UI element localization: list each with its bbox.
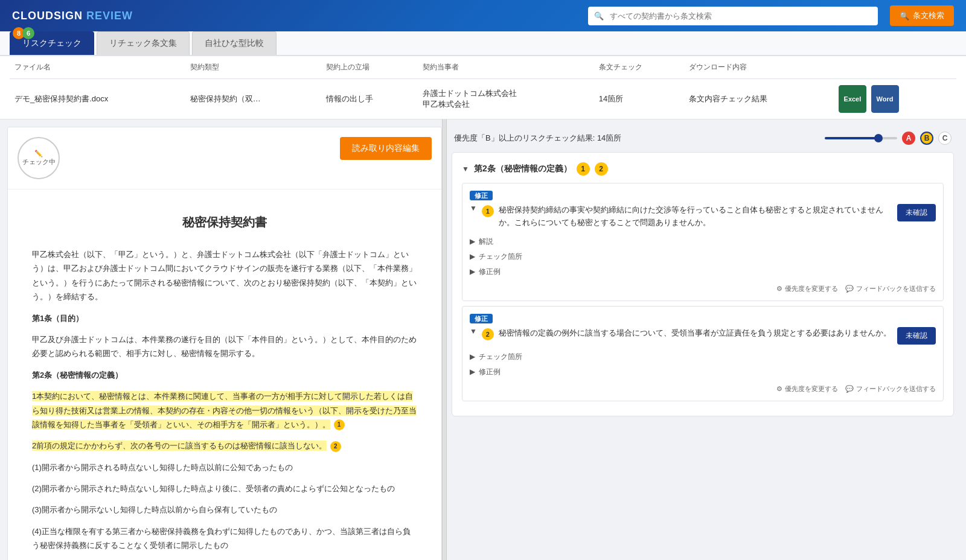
inline-badge-1: 1 xyxy=(334,419,345,430)
chevron-checkpoints-icon: ▶ xyxy=(470,252,475,261)
risk-item-1: 修正 ▼ 1 秘密保持契約締結の事実や契約締結に向けた交渉等を行っていること自体… xyxy=(462,183,944,301)
check-status-label: チェック中 xyxy=(22,158,56,167)
cell-download-content: 条文内容チェック結果 xyxy=(684,79,834,119)
doc-title: 秘密保持契約書 xyxy=(32,211,417,233)
search-input[interactable] xyxy=(588,7,878,25)
tab-template-label: 自社ひな型比較 xyxy=(205,38,264,48)
modify-badge-1: 修正 xyxy=(470,191,493,200)
check-status-circle[interactable]: ✏️ チェック中 xyxy=(18,137,60,179)
logo-suffix: REVIEW xyxy=(83,10,133,22)
comment-icon: 💬 xyxy=(845,285,854,293)
highlight-text-2: 2前項の規定にかかわらず、次の各号の一に該当するものは秘密情報に該当しない。 xyxy=(32,441,327,451)
card-footer-1: ⚙ 優先度を変更する 💬 フィードバックを送信する xyxy=(470,284,936,293)
tabs-bar: 8 6 リスクチェック リチェック条文集 自社ひな型比較 xyxy=(0,31,966,56)
expand-explanation-1[interactable]: ▶ 解説 xyxy=(470,234,936,249)
checkpoints-label: チェック箇所 xyxy=(479,252,522,262)
tab-recheck-label: リチェック条文集 xyxy=(109,38,177,48)
comment2-icon: 💬 xyxy=(845,385,854,393)
search-button[interactable]: 🔍 条文検索 xyxy=(890,5,954,26)
pencil-icon: ✏️ xyxy=(34,150,43,158)
chevron-checkpoints2-icon: ▶ xyxy=(470,352,475,361)
risk-item-1-text: 秘密保持契約締結の事実や契約締結に向けた交渉等を行っていること自体も秘密とすると… xyxy=(499,204,892,229)
search-bar: 🔍 xyxy=(588,7,878,25)
change-priority-link-1[interactable]: ⚙ 優先度を変更する xyxy=(776,284,838,293)
expand-correction-1[interactable]: ▶ 修正例 xyxy=(470,264,936,279)
expand-correction-2[interactable]: ▶ 修正例 xyxy=(470,364,936,380)
unconfirmed-button-2[interactable]: 未確認 xyxy=(897,327,936,345)
highlight-text-1: 1本契約において、秘密情報とは、本件業務に関連して、当事者の一方が相手方に対して… xyxy=(32,391,417,430)
chevron-item1-icon[interactable]: ▼ xyxy=(470,204,477,212)
app-header: CLOUDSIGN REVIEW 🔍 🔍 条文検索 xyxy=(0,0,966,31)
section-badge-2: 2 xyxy=(595,162,608,176)
file-table-area: ファイル名 契約類型 契約上の立場 契約当事者 条文チェック ダウンロード内容 … xyxy=(0,56,966,119)
chevron-item2-icon[interactable]: ▼ xyxy=(470,327,477,336)
doc-article-2-item3: (3)開示者から開示ないし知得した時点以前から自ら保有していたもの xyxy=(32,503,417,517)
col-parties: 契約当事者 xyxy=(418,56,594,79)
risk-item-2: 修正 ▼ 2 秘密情報の定義の例外に該当する場合について、受領当事者が立証責任を… xyxy=(462,306,944,401)
col-contract-type: 契約類型 xyxy=(185,56,322,79)
section2-title: 第2条（秘密情報の定義） xyxy=(474,164,572,174)
inline-badge-2: 2 xyxy=(330,441,341,452)
excel-download-button[interactable]: Excel xyxy=(839,85,866,113)
col-check: 条文チェック xyxy=(594,56,684,79)
search-icon: 🔍 xyxy=(594,11,604,21)
tab-risk-check[interactable]: 8 6 リスクチェック xyxy=(10,31,94,55)
tab-template[interactable]: 自社ひな型比較 xyxy=(192,31,277,55)
slider-fill xyxy=(825,137,875,139)
chevron-down-icon[interactable]: ▼ xyxy=(462,165,469,173)
priority-c-label[interactable]: C xyxy=(938,132,952,145)
priority-a-label[interactable]: A xyxy=(902,132,915,145)
slider-track[interactable] xyxy=(825,137,897,139)
priority-b-label[interactable]: B xyxy=(920,132,933,145)
explanation-label: 解説 xyxy=(479,237,493,247)
tab-risk-check-label: リスクチェック xyxy=(22,38,82,48)
cell-download-btns: Excel Word xyxy=(834,79,956,119)
scroll-divider xyxy=(442,119,447,560)
chevron-correction2-icon: ▶ xyxy=(470,368,475,376)
search-btn-label: 条文検索 xyxy=(913,10,944,21)
correction2-label: 修正例 xyxy=(479,367,501,377)
doc-article-2-item4: (4)正当な権限を有する第三者から秘密保持義務を負わずに知得したものであり、かつ… xyxy=(32,524,417,553)
cell-contract-type: 秘密保持契約（双… xyxy=(185,79,322,119)
slider-thumb[interactable] xyxy=(874,134,883,142)
risk-result-count: 優先度「B」以上のリスクチェック結果: 14箇所 xyxy=(454,133,621,144)
section-badge-1: 1 xyxy=(577,162,590,176)
send-feedback-link-2[interactable]: 💬 フィードバックを送信する xyxy=(845,384,936,393)
gear2-icon: ⚙ xyxy=(776,385,782,393)
doc-article-2-title: 第2条（秘密情報の定義） xyxy=(32,368,417,382)
word-download-button[interactable]: Word xyxy=(871,85,899,113)
col-filename: ファイル名 xyxy=(10,56,185,79)
correction-label: 修正例 xyxy=(479,267,501,277)
chevron-correction-icon: ▶ xyxy=(470,267,475,276)
risk-card-section2: ▼ 第2条（秘密情報の定義） 1 2 修正 ▼ 1 秘密保持契約締結の事実や契約… xyxy=(452,152,954,416)
gear-icon: ⚙ xyxy=(776,285,782,293)
tab-recheck[interactable]: リチェック条文集 xyxy=(97,31,190,55)
chevron-explanation-icon: ▶ xyxy=(470,237,475,246)
unconfirmed-button-1[interactable]: 未確認 xyxy=(897,204,936,221)
main-content: ✏️ チェック中 読み取り内容編集 秘密保持契約書 甲乙株式会社（以下、「甲乙」… xyxy=(0,119,966,560)
card-footer-2: ⚙ 優先度を変更する 💬 フィードバックを送信する xyxy=(470,384,936,393)
modify-badge-2: 修正 xyxy=(470,314,493,323)
expand-checkpoints-1[interactable]: ▶ チェック箇所 xyxy=(470,249,936,264)
send-feedback-link-1[interactable]: 💬 フィードバックを送信する xyxy=(845,284,936,293)
doc-article-2-item2: (2)開示者から開示された時点ないし知得した時点より後に、受領者の責めによらずに… xyxy=(32,482,417,495)
change-priority-link-2[interactable]: ⚙ 優先度を変更する xyxy=(776,384,838,393)
item-num-1: 1 xyxy=(482,205,494,217)
doc-article-1-text: 甲乙及び弁護士ドットコムは、本件業務の遂行を目的（以下「本件目的」という。）とし… xyxy=(32,332,417,361)
risk-panel: 優先度「B」以上のリスクチェック結果: 14箇所 A B C ▼ 第2条（秘密情… xyxy=(447,127,959,560)
file-table: ファイル名 契約類型 契約上の立場 契約当事者 条文チェック ダウンロード内容 … xyxy=(10,56,956,119)
doc-paragraph-0: 甲乙株式会社（以下、「甲乙」という。）と、弁護士ドットコム株式会社（以下「弁護士… xyxy=(32,247,417,304)
risk-item-1-header: ▼ 1 秘密保持契約締結の事実や契約締結に向けた交渉等を行っていること自体も秘密… xyxy=(470,204,936,229)
checkpoints2-label: チェック箇所 xyxy=(479,352,522,362)
doc-article-1-title: 第1条（目的） xyxy=(32,311,417,325)
table-row: デモ_秘密保持契約書.docx 秘密保持契約（双… 情報の出し手 弁護士ドットコ… xyxy=(10,79,956,119)
risk-card-section2-header: ▼ 第2条（秘密情報の定義） 1 2 xyxy=(462,162,944,176)
doc-article-2-para1: 1本契約において、秘密情報とは、本件業務に関連して、当事者の一方が相手方に対して… xyxy=(32,389,417,431)
risk-item-2-text: 秘密情報の定義の例外に該当する場合について、受領当事者が立証責任を負う規定とする… xyxy=(499,327,892,340)
col-download: ダウンロード内容 xyxy=(684,56,834,79)
risk-item-2-header: ▼ 2 秘密情報の定義の例外に該当する場合について、受領当事者が立証責任を負う規… xyxy=(470,327,936,345)
doc-article-2-item1: (1)開示者から開示される時点ないし知得した時点以前に公知であったもの xyxy=(32,460,417,474)
edit-content-button[interactable]: 読み取り内容編集 xyxy=(340,137,432,160)
item-num-2: 2 xyxy=(482,328,494,340)
expand-checkpoints-2[interactable]: ▶ チェック箇所 xyxy=(470,349,936,364)
